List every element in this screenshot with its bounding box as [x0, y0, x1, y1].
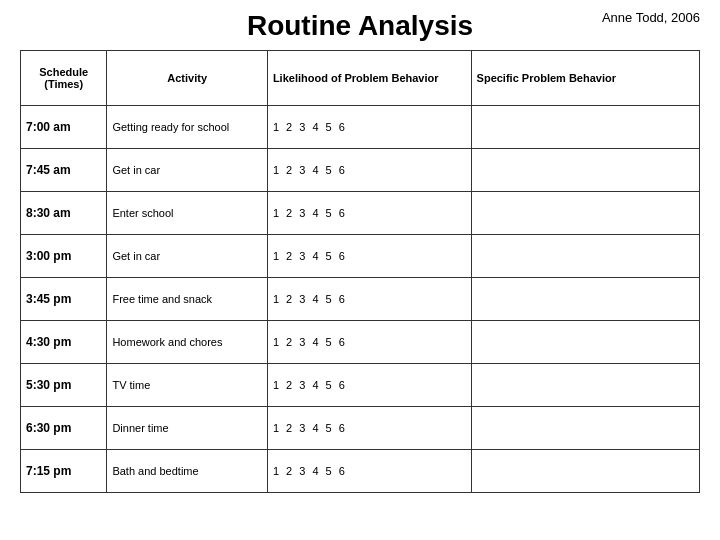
cell-likelihood: 1 2 3 4 5 6	[267, 364, 471, 407]
cell-likelihood: 1 2 3 4 5 6	[267, 407, 471, 450]
col-header-schedule: Schedule (Times)	[21, 51, 107, 106]
table-row: 7:15 pmBath and bedtime1 2 3 4 5 6	[21, 450, 700, 493]
table-header-row: Schedule (Times) Activity Likelihood of …	[21, 51, 700, 106]
table-row: 3:00 pmGet in car1 2 3 4 5 6	[21, 235, 700, 278]
cell-specific	[471, 407, 699, 450]
cell-specific	[471, 450, 699, 493]
table-body: 7:00 amGetting ready for school1 2 3 4 5…	[21, 106, 700, 493]
cell-specific	[471, 364, 699, 407]
cell-likelihood: 1 2 3 4 5 6	[267, 321, 471, 364]
cell-schedule: 5:30 pm	[21, 364, 107, 407]
cell-schedule: 4:30 pm	[21, 321, 107, 364]
cell-schedule: 8:30 am	[21, 192, 107, 235]
col-header-specific: Specific Problem Behavior	[471, 51, 699, 106]
cell-likelihood: 1 2 3 4 5 6	[267, 149, 471, 192]
cell-activity: Get in car	[107, 235, 267, 278]
cell-activity: Dinner time	[107, 407, 267, 450]
cell-activity: Get in car	[107, 149, 267, 192]
cell-specific	[471, 192, 699, 235]
cell-specific	[471, 321, 699, 364]
cell-specific	[471, 149, 699, 192]
cell-activity: Free time and snack	[107, 278, 267, 321]
table-row: 7:45 amGet in car1 2 3 4 5 6	[21, 149, 700, 192]
cell-schedule: 7:15 pm	[21, 450, 107, 493]
table-row: 7:00 amGetting ready for school1 2 3 4 5…	[21, 106, 700, 149]
routine-table: Schedule (Times) Activity Likelihood of …	[20, 50, 700, 493]
page-title: Routine Analysis	[247, 10, 473, 42]
cell-likelihood: 1 2 3 4 5 6	[267, 278, 471, 321]
cell-activity: Bath and bedtime	[107, 450, 267, 493]
col-header-activity: Activity	[107, 51, 267, 106]
cell-likelihood: 1 2 3 4 5 6	[267, 192, 471, 235]
cell-schedule: 3:00 pm	[21, 235, 107, 278]
page: Routine Analysis Anne Todd, 2006 Schedul…	[0, 0, 720, 540]
table-row: 5:30 pmTV time1 2 3 4 5 6	[21, 364, 700, 407]
cell-likelihood: 1 2 3 4 5 6	[267, 235, 471, 278]
cell-activity: Enter school	[107, 192, 267, 235]
cell-specific	[471, 235, 699, 278]
cell-schedule: 3:45 pm	[21, 278, 107, 321]
cell-activity: Homework and chores	[107, 321, 267, 364]
col-header-likelihood: Likelihood of Problem Behavior	[267, 51, 471, 106]
cell-schedule: 7:00 am	[21, 106, 107, 149]
table-row: 3:45 pmFree time and snack1 2 3 4 5 6	[21, 278, 700, 321]
cell-specific	[471, 106, 699, 149]
table-row: 6:30 pmDinner time1 2 3 4 5 6	[21, 407, 700, 450]
cell-specific	[471, 278, 699, 321]
cell-activity: TV time	[107, 364, 267, 407]
cell-schedule: 7:45 am	[21, 149, 107, 192]
cell-schedule: 6:30 pm	[21, 407, 107, 450]
cell-likelihood: 1 2 3 4 5 6	[267, 106, 471, 149]
header: Routine Analysis Anne Todd, 2006	[20, 10, 700, 42]
table-row: 4:30 pmHomework and chores1 2 3 4 5 6	[21, 321, 700, 364]
cell-likelihood: 1 2 3 4 5 6	[267, 450, 471, 493]
cell-activity: Getting ready for school	[107, 106, 267, 149]
table-row: 8:30 amEnter school1 2 3 4 5 6	[21, 192, 700, 235]
author-label: Anne Todd, 2006	[602, 10, 700, 25]
